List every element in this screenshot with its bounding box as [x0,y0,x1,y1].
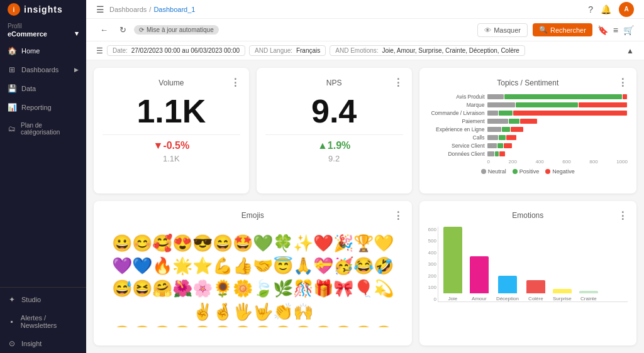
emojis-menu-button[interactable]: ⋮ [393,210,403,222]
nav-dashboards-label: Dashboards [21,66,58,73]
nav-reporting-label: Reporting [21,104,52,111]
emotions-menu-button[interactable]: ⋮ [618,210,628,222]
topic-row: Paiement [428,118,628,124]
alertes-icon: ▪ [8,317,16,326]
date-filter-chip[interactable]: Date: 27/02/2023 00:00 au 06/03/2023 00:… [107,45,245,56]
chevron-down-icon: ▾ [75,30,79,38]
topics-card-header: Topics / Sentiment ⋮ [428,77,628,89]
date-label: Date: [113,47,128,54]
emotion-label: Colère [528,296,543,301]
sidebar-logo[interactable]: i insights [0,0,86,19]
breadcrumb: Dashboards / Dashboard_1 [109,6,195,13]
filter-row: ☰ Date: 27/02/2023 00:00 au 06/03/2023 0… [86,41,644,60]
help-icon[interactable]: ? [588,4,593,14]
studio-icon: ✦ [8,295,16,304]
negative-bar [513,111,626,116]
back-icon: ← [100,25,108,35]
emotions-filter-chip[interactable]: AND Emotions: Joie, Amour, Surprise, Cra… [330,45,525,56]
volume-card-title: Volume [113,79,230,87]
refresh-button[interactable]: ↻ [116,23,130,36]
nav-home-label: Home [21,47,40,55]
positive-bar [499,135,506,140]
topic-row: Service Client [428,143,628,149]
sidebar-item-alertes[interactable]: ▪ Alertes / Newsletters [0,309,86,334]
filter-icon[interactable]: ☰ [96,46,103,55]
topic-row: Avis Produit [428,94,628,100]
menu-button[interactable]: ☰ [96,4,104,14]
collapse-button[interactable]: ▲ [626,46,634,55]
emotion-bar-group: Crainte [579,291,598,301]
back-button[interactable]: ← [96,23,112,36]
emotion-label: Déception [496,296,519,301]
topic-label: Service Client [428,143,485,149]
emojis-display: 😀😊🥰😍😎😄🤩💚🍀✨❤️🎉🏆💛💜💙🔥🌟⭐💪👍🤝😇🙏💝🥳😂🤣😅😆🤗🌺🌸🌻🌼🍃🌿🎊🎁… [103,227,403,327]
topics-card-title: Topics / Sentiment [438,79,618,87]
sidebar-item-insight[interactable]: ⊙ Insight [0,334,86,353]
sidebar-item-dashboards[interactable]: ⊞ Dashboards ▶ [0,60,86,79]
topic-label: Avis Produit [428,94,485,100]
negative-dot [545,169,550,174]
breadcrumb-current: Dashboard_1 [153,6,195,13]
langue-filter-chip[interactable]: AND Langue: Français [249,45,326,56]
notifications-icon[interactable]: 🔔 [601,4,611,14]
sidebar: i insights Profil eCommerce ▾ 🏠 Home ⊞ D… [0,0,86,353]
neutral-dot [481,169,486,174]
nav-categorisation-label: Plan de catégorisation [21,122,79,136]
eye-off-icon: 👁 [484,26,491,34]
emotions-y-axis: 6005004003002001000 [428,227,436,302]
neutral-bar [487,102,515,107]
avatar[interactable]: A [619,2,634,17]
sidebar-item-studio[interactable]: ✦ Studio [0,290,86,309]
topic-label: Expérience en Ligne [428,126,485,133]
negative-bar [511,127,523,132]
nav-data-label: Data [21,85,36,92]
breadcrumb-parent[interactable]: Dashboards [109,6,147,13]
langue-label: AND Langue: [255,47,292,54]
main-content: ☰ Dashboards / Dashboard_1 ? 🔔 A ← ↻ ⟳ M… [86,0,644,353]
rechercher-button[interactable]: 🔍 Rechercher [533,23,592,36]
topics-xaxis: 02004006008001000 [487,159,628,165]
topic-bars [487,151,628,156]
nps-menu-button[interactable]: ⋮ [393,77,403,89]
topic-bars [487,94,628,99]
dashboard: Volume ⋮ 1.1K ▼-0.5% 1.1K NPS ⋮ 9.4 ▲1.9… [86,60,644,353]
date-value: 27/02/2023 00:00 au 06/03/2023 00:00 [131,47,240,54]
profile-name[interactable]: eCommerce ▾ [8,30,79,38]
topic-row: Données Client [428,151,628,157]
topics-chart: Avis ProduitMarqueCommande / LivraisonPa… [428,94,628,157]
topic-row: Commande / Livraison [428,110,628,116]
sidebar-item-home[interactable]: 🏠 Home [0,41,86,60]
positive-label: Positive [519,168,540,175]
topics-card: Topics / Sentiment ⋮ Avis ProduitMarqueC… [419,68,636,193]
volume-card: Volume ⋮ 1.1K ▼-0.5% 1.1K [94,68,249,193]
emotion-label: Joie [448,296,458,301]
sidebar-item-reporting[interactable]: 📊 Reporting [0,98,86,117]
topic-label: Commande / Livraison [428,110,485,116]
nps-change: ▲1.9% [265,140,403,151]
sidebar-item-data[interactable]: 💾 Data [0,79,86,98]
emotion-label: Surprise [553,296,572,301]
topbar: ☰ Dashboards / Dashboard_1 ? 🔔 A [86,0,644,19]
topic-row: Marque [428,102,628,108]
neutral-bar [487,119,508,124]
masquer-button[interactable]: 👁 Masquer [477,23,528,37]
topic-bars [487,127,628,132]
topics-menu-button[interactable]: ⋮ [618,77,628,89]
positive-dot [513,169,518,174]
search-icon: 🔍 [539,26,548,34]
sidebar-item-categorisation[interactable]: 🗂 Plan de catégorisation [0,117,86,141]
cart-icon[interactable]: 🛒 [623,25,634,35]
list-icon[interactable]: ≡ [613,25,618,35]
neutral-bar [487,135,499,140]
nav-insight-label: Insight [21,340,42,347]
emotions-card-header: Emotions ⋮ [428,210,628,222]
emotions-filter-label: AND Emotions: [335,47,378,54]
volume-menu-button[interactable]: ⋮ [230,77,240,89]
volume-value: 1.1K [103,94,240,129]
bookmark-icon[interactable]: 🔖 [597,25,608,35]
emotion-label: Crainte [580,296,597,301]
positive-bar [497,143,503,148]
negative-label: Negative [552,168,575,175]
emotions-bars: JoieAmourDéceptionColèreSurpriseCrainte [438,227,628,302]
emotions-card: Emotions ⋮ 6005004003002001000 JoieAmour… [419,201,636,346]
